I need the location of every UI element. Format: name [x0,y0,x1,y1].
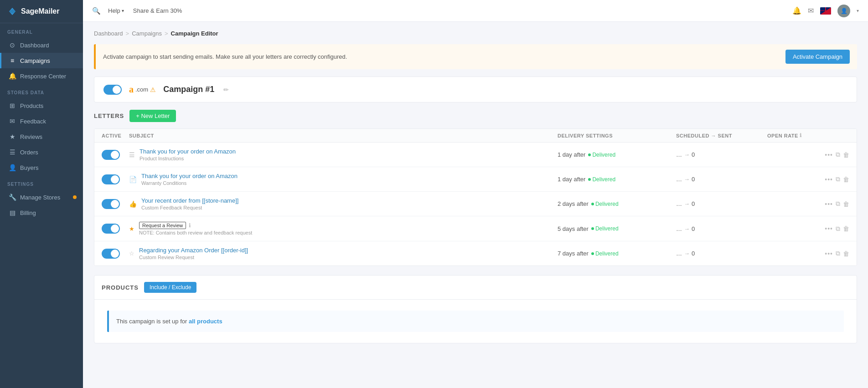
sidebar-item-dashboard[interactable]: ⊙ Dashboard [0,37,83,53]
breadcrumb-campaigns[interactable]: Campaigns [132,30,162,37]
letter-toggle-5[interactable] [102,249,120,259]
include-exclude-button[interactable]: Include / Exclude [144,282,196,293]
subject-secondary-1: Product Instructions [140,156,236,161]
letters-header: LETTERS + New Letter [94,110,857,122]
search-button[interactable]: 🔍 [92,7,101,15]
general-label: GENERAL [0,23,83,37]
products-section: PRODUCTS Include / Exclude This campaign… [94,275,857,343]
language-flag-icon[interactable] [820,7,831,15]
help-menu[interactable]: Help ▾ [108,7,124,14]
copy-icon-4[interactable]: ⧉ [836,225,840,233]
scheduled-3: … [676,200,682,207]
amazon-badge: a .com ⚠ [129,84,156,95]
breadcrumb-sep-2: > [165,30,168,37]
actions-cell-3: ••• ⧉ 🗑 [822,200,849,208]
buyers-icon: 👤 [9,164,16,171]
scheduled-2: … [676,176,682,183]
delivery-cell-5: 7 days after Delivered [558,250,676,257]
help-chevron-icon: ▾ [122,8,124,13]
letters-table: Active Subject Delivery Settings Schedul… [94,128,857,266]
warning-icon: ⚠ [150,86,156,93]
letter-toggle-2[interactable] [102,174,120,184]
table-row: 📄 Thank you for your order on Amazon War… [94,167,857,192]
delivered-dot-3 [591,203,594,205]
sent-4: 0 [692,225,695,232]
delivered-badge-2: Delivered [588,176,615,183]
content-area: Dashboard > Campaigns > Campaign Editor … [83,22,868,388]
delivered-dot-5 [591,252,594,255]
notification-bell-icon[interactable]: 🔔 [792,6,801,15]
delivered-dot-2 [588,178,591,181]
stats-cell-5: … → 0 [676,250,767,257]
review-note: NOTE: Contains both review and feedback … [139,230,252,235]
app-logo[interactable]: SageMailer [0,0,83,23]
alert-banner: Activate campaign to start sending email… [94,44,857,69]
share-link[interactable]: Share & Earn 30% [133,7,182,14]
copy-icon-5[interactable]: ⧉ [836,250,840,257]
header-open-rate: Open Rate ℹ [767,133,822,138]
letter-toggle-1[interactable] [102,150,120,160]
sidebar-item-campaigns[interactable]: ≡ Campaigns [0,53,83,68]
delivered-badge-1: Delivered [588,152,615,158]
campaign-name: Campaign #1 [163,85,214,94]
delete-icon-3[interactable]: 🗑 [843,200,849,208]
delivery-days-5: 7 days after [558,250,589,257]
delivery-days-4: 5 days after [558,225,589,232]
subject-primary-2: Thank you for your order on Amazon [141,173,238,179]
letter-toggle-3[interactable] [102,199,120,209]
more-options-1[interactable]: ••• [825,151,833,158]
breadcrumb-dashboard[interactable]: Dashboard [94,30,123,37]
sent-3: 0 [692,200,695,207]
new-letter-button[interactable]: + New Letter [129,110,176,122]
sidebar-item-feedback[interactable]: ✉ Feedback [0,113,83,129]
alert-message: Activate campaign to start sending email… [103,53,347,60]
delivery-cell-3: 2 days after Delivered [558,200,676,207]
app-name: SageMailer [21,7,59,15]
activate-campaign-button[interactable]: Activate Campaign [785,50,850,64]
breadcrumb: Dashboard > Campaigns > Campaign Editor [94,30,857,37]
delete-icon-1[interactable]: 🗑 [843,151,849,158]
settings-label: SETTINGS [0,175,83,189]
copy-icon-3[interactable]: ⧉ [836,200,840,208]
subject-primary-5: Regarding your Amazon Order [[order-id]] [139,247,248,254]
sidebar-item-billing[interactable]: ▤ Billing [0,205,83,220]
delivery-days-2: 1 day after [558,176,585,183]
sidebar-section-general: GENERAL ⊙ Dashboard ≡ Campaigns 🔔 Respon… [0,23,83,84]
sidebar-item-buyers[interactable]: 👤 Buyers [0,160,83,175]
more-options-4[interactable]: ••• [825,225,833,232]
letters-title: LETTERS [94,112,124,119]
mail-icon[interactable]: ✉ [808,6,814,15]
campaign-card: a .com ⚠ Campaign #1 ✏ [94,77,857,102]
user-chevron-icon[interactable]: ▾ [857,8,859,13]
copy-icon-1[interactable]: ⧉ [836,151,840,158]
sidebar-item-response-center[interactable]: 🔔 Response Center [0,68,83,84]
more-options-3[interactable]: ••• [825,200,833,208]
sidebar-item-reviews[interactable]: ★ Reviews [0,129,83,144]
sidebar-item-label: Campaigns [20,57,50,64]
table-row: ☰ Thank you for your order on Amazon Pro… [94,143,857,167]
user-avatar[interactable]: 👤 [837,5,850,17]
edit-campaign-icon[interactable]: ✏ [223,86,229,93]
delivery-cell-1: 1 day after Delivered [558,151,676,158]
campaign-toggle[interactable] [103,85,122,95]
sidebar-item-manage-stores[interactable]: 🔧 Manage Stores [0,189,83,205]
toggle-slider [103,85,122,95]
letter-toggle-4[interactable] [102,224,120,234]
subject-cell-2: 📄 Thank you for your order on Amazon War… [129,173,558,186]
more-options-2[interactable]: ••• [825,176,833,183]
delete-icon-4[interactable]: 🗑 [843,225,849,232]
copy-icon-2[interactable]: ⧉ [836,175,840,183]
review-info-icon[interactable]: ℹ [189,222,191,229]
delete-icon-2[interactable]: 🗑 [843,176,849,183]
subject-cell-5: ☆ Regarding your Amazon Order [[order-id… [129,247,558,260]
scheduled-4: … [676,225,682,232]
billing-icon: ▤ [9,209,16,216]
sidebar-item-products[interactable]: ⊞ Products [0,98,83,113]
actions-cell-1: ••• ⧉ 🗑 [822,151,849,158]
delivery-cell-4: 5 days after Delivered [558,225,676,232]
more-options-5[interactable]: ••• [825,250,833,257]
delete-icon-5[interactable]: 🗑 [843,250,849,257]
sidebar-item-orders[interactable]: ☰ Orders [0,144,83,160]
feedback-icon: ✉ [9,117,16,125]
sidebar-section-stores: STORES DATA ⊞ Products ✉ Feedback ★ Revi… [0,84,83,175]
